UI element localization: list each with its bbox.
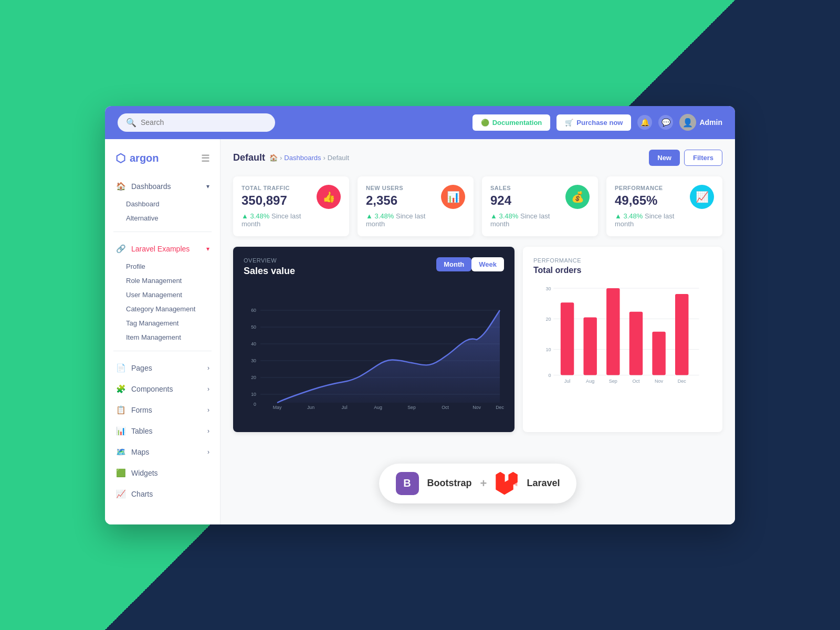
sidebar-sub-laravel: Profile Role Management User Management … [105, 259, 220, 344]
category-management-label: Category Management [126, 305, 195, 313]
svg-text:50: 50 [251, 324, 256, 330]
role-management-label: Role Management [126, 277, 182, 285]
notification-button[interactable]: 🔔 [637, 115, 652, 130]
chevron-right-pages: › [207, 364, 209, 372]
sidebar-item-pages[interactable]: 📄 Pages › [105, 358, 220, 379]
content-area: Default 🏠 › Dashboards › Default New Fil… [220, 139, 735, 524]
dashboard-label: Dashboard [126, 200, 160, 208]
stat-label-users: NEW USERS [366, 185, 441, 191]
charts-icon: 📈 [116, 489, 126, 499]
breadcrumb-dashboards[interactable]: Dashboards [284, 154, 321, 162]
month-button[interactable]: Month [436, 257, 471, 271]
new-button[interactable]: New [649, 150, 680, 166]
svg-text:Nov: Nov [655, 379, 664, 384]
sidebar-section-pages: 📄 Pages › 🧩 Components › 📋 Forms › 📊 Tab… [105, 355, 220, 507]
svg-text:Oct: Oct [442, 405, 449, 410]
breadcrumb-row: Default 🏠 › Dashboards › Default New Fil… [233, 150, 722, 166]
bar-aug [583, 317, 596, 375]
sidebar-item-item-management[interactable]: Item Management [116, 330, 220, 344]
search-bar[interactable]: 🔍 [118, 113, 275, 132]
sidebar-item-alternative[interactable]: Alternative [116, 211, 220, 225]
sidebar-divider-1 [113, 232, 212, 232]
bar-dec [675, 294, 688, 375]
sales-chart-section-label: OVERVIEW [244, 257, 295, 264]
admin-menu[interactable]: 👤 Admin [679, 114, 722, 131]
stat-value-traffic: 350,897 [242, 193, 317, 208]
maps-icon: 🗺️ [116, 447, 126, 457]
sidebar-item-components[interactable]: 🧩 Components › [105, 379, 220, 400]
logo-text: argon [130, 152, 159, 164]
sidebar-item-dashboards[interactable]: 🏠 Dashboards ▾ [105, 176, 220, 197]
filters-button[interactable]: Filters [684, 150, 722, 166]
svg-text:10: 10 [546, 347, 551, 352]
profile-label: Profile [126, 262, 145, 270]
svg-text:20: 20 [251, 375, 256, 380]
search-icon: 🔍 [126, 118, 136, 128]
chevron-down-icon-laravel: ▾ [206, 245, 209, 253]
sidebar-item-user-management[interactable]: User Management [116, 288, 220, 302]
orders-chart-title: Total orders [533, 266, 712, 275]
tag-management-label: Tag Management [126, 319, 178, 327]
sales-chart-card: OVERVIEW Sales value Month Week [233, 247, 514, 432]
sidebar-dashboards-label: Dashboards [131, 182, 171, 191]
laravel-examples-icon: 🔗 [116, 244, 126, 254]
sidebar-item-widgets[interactable]: 🟩 Widgets [105, 463, 220, 484]
week-button[interactable]: Week [471, 257, 504, 271]
stat-card-users: NEW USERS 2,356 ▲ 3.48% Since last month… [358, 176, 474, 236]
menu-toggle[interactable]: ☰ [201, 153, 209, 164]
tables-label: Tables [131, 427, 152, 435]
sidebar-item-laravel-examples[interactable]: 🔗 Laravel Examples ▾ [105, 238, 220, 259]
sidebar-item-category-management[interactable]: Category Management [116, 302, 220, 316]
doc-icon: 🟢 [481, 119, 489, 127]
svg-text:60: 60 [251, 308, 256, 313]
sidebar-item-tables[interactable]: 📊 Tables › [105, 421, 220, 442]
page-title: Default [233, 152, 265, 163]
line-chart: 60 50 40 30 20 10 0 May Jun Jul [244, 293, 504, 422]
svg-text:Sep: Sep [609, 379, 617, 384]
charts-label: Charts [131, 490, 153, 498]
messages-button[interactable]: 💬 [658, 115, 673, 130]
sidebar: ⬡ argon ☰ 🏠 Dashboards ▾ Dashboard Alter… [105, 139, 220, 524]
bar-oct [629, 311, 643, 375]
sidebar-section-dashboards: 🏠 Dashboards ▾ Dashboard Alternative [105, 174, 220, 227]
stat-card-sales: SALES 924 ▲ 3.48% Since last month 💰 [482, 176, 598, 236]
item-management-label: Item Management [126, 333, 181, 341]
stat-icon-performance: 📈 [690, 185, 714, 209]
breadcrumb-left: Default 🏠 › Dashboards › Default [233, 152, 349, 163]
stat-info-performance: PERFORMANCE 49,65% ▲ 3.48% Since last mo… [615, 185, 690, 228]
maps-label: Maps [131, 448, 149, 456]
sidebar-item-maps[interactable]: 🗺️ Maps › [105, 442, 220, 463]
sales-chart-header: OVERVIEW Sales value Month Week [244, 257, 504, 285]
sidebar-item-forms[interactable]: 📋 Forms › [105, 400, 220, 421]
tables-icon: 📊 [116, 426, 126, 436]
sidebar-item-role-management[interactable]: Role Management [116, 274, 220, 288]
orders-chart-card: PERFORMANCE Total orders 30 20 10 0 [523, 247, 722, 432]
svg-text:Jun: Jun [307, 405, 314, 410]
line-chart-area [277, 310, 500, 403]
svg-text:Sep: Sep [407, 405, 416, 410]
charts-row: OVERVIEW Sales value Month Week [233, 247, 722, 432]
sidebar-item-tag-management[interactable]: Tag Management [116, 316, 220, 330]
chevron-right-tables: › [207, 427, 209, 435]
stats-row: TOTAL TRAFFIC 350,897 ▲ 3.48% Since last… [233, 176, 722, 236]
sidebar-item-charts[interactable]: 📈 Charts [105, 484, 220, 505]
main-layout: ⬡ argon ☰ 🏠 Dashboards ▾ Dashboard Alter… [105, 139, 735, 524]
sidebar-item-dashboard[interactable]: Dashboard [116, 197, 220, 211]
cart-icon: 🛒 [565, 119, 573, 127]
stat-info-traffic: TOTAL TRAFFIC 350,897 ▲ 3.48% Since last… [242, 185, 317, 228]
laravel-icon [495, 472, 518, 495]
stat-change-traffic: ▲ 3.48% Since last month [242, 212, 317, 228]
search-input[interactable] [141, 118, 267, 127]
sidebar-item-profile[interactable]: Profile [116, 259, 220, 274]
chart-toggle: Month Week [436, 257, 504, 271]
bar-nov [652, 331, 665, 375]
forms-label: Forms [131, 406, 152, 414]
chevron-down-icon: ▾ [206, 183, 209, 190]
stat-card-traffic: TOTAL TRAFFIC 350,897 ▲ 3.48% Since last… [233, 176, 349, 236]
svg-text:Dec: Dec [496, 405, 504, 410]
sidebar-logo: ⬡ argon ☰ [105, 148, 220, 174]
user-management-label: User Management [126, 291, 182, 299]
purchase-button[interactable]: 🛒 Purchase now [556, 114, 631, 131]
documentation-button[interactable]: 🟢 Documentation [472, 114, 551, 131]
components-label: Components [131, 385, 173, 393]
